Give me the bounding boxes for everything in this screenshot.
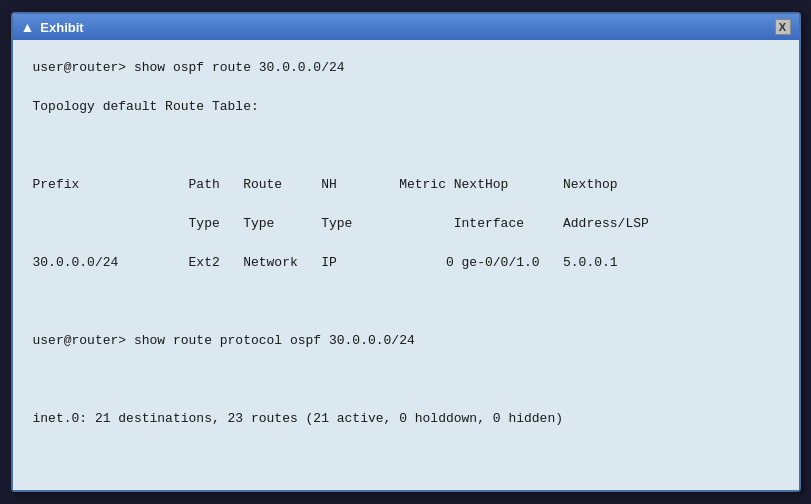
title-bar-left: ▲ Exhibit — [21, 19, 84, 35]
terminal-line-1: user@router> show ospf route 30.0.0.0/24 — [33, 58, 779, 78]
terminal-line-3 — [33, 136, 779, 156]
terminal-line-10: inet.0: 21 destinations, 23 routes (21 a… — [33, 409, 779, 429]
terminal-line-9 — [33, 370, 779, 390]
terminal-content: user@router> show ospf route 30.0.0.0/24… — [13, 40, 799, 490]
terminal-line-2: Topology default Route Table: — [33, 97, 779, 117]
close-button[interactable]: X — [775, 19, 791, 35]
exhibit-window: ▲ Exhibit X user@router> show ospf route… — [11, 12, 801, 492]
terminal-line-4: Prefix Path Route NH Metric NextHop Next… — [33, 175, 779, 195]
terminal-line-6: 30.0.0.0/24 Ext2 Network IP 0 ge-0/0/1.0… — [33, 253, 779, 273]
terminal-line-8: user@router> show route protocol ospf 30… — [33, 331, 779, 351]
terminal-output: user@router> show ospf route 30.0.0.0/24… — [33, 58, 779, 448]
terminal-line-7 — [33, 292, 779, 312]
terminal-line-5: Type Type Type Interface Address/LSP — [33, 214, 779, 234]
window-title: Exhibit — [40, 20, 83, 35]
title-bar: ▲ Exhibit X — [13, 14, 799, 40]
window-icon: ▲ — [21, 19, 35, 35]
